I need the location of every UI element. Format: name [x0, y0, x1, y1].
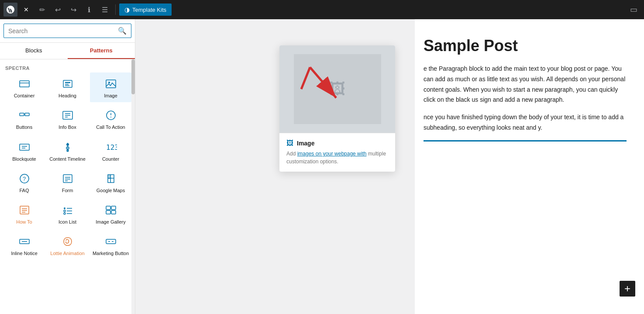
svg-rect-17	[20, 144, 29, 150]
block-label-icon-list: Icon List	[59, 219, 76, 225]
block-item-blockquote[interactable]: Blockquote	[3, 136, 45, 166]
lottie-animation-icon	[61, 235, 75, 248]
info-icon: ℹ	[88, 6, 90, 14]
block-item-icon-list[interactable]: Icon List	[47, 199, 88, 228]
svg-point-37	[64, 207, 65, 209]
svg-rect-49	[106, 239, 116, 244]
heading-icon	[61, 78, 75, 90]
svg-point-7	[108, 82, 110, 83]
svg-rect-45	[106, 210, 110, 214]
tabs: Blocks Patterns	[0, 43, 135, 59]
block-popup-card: 🖼 🖼 Image Add images on your webpage wit…	[279, 45, 395, 172]
svg-rect-44	[111, 206, 116, 210]
block-item-google-maps[interactable]: Google Maps	[90, 167, 131, 197]
block-label-info-box: Info Box	[59, 124, 76, 130]
svg-rect-27	[63, 175, 72, 183]
block-item-how-to[interactable]: How To	[3, 199, 45, 228]
faq-icon: ?	[17, 173, 31, 185]
blocks-area: SPECTRA Container Heading	[0, 59, 135, 314]
pencil-icon: ✏	[39, 6, 45, 14]
info-button[interactable]: ℹ	[82, 3, 96, 17]
popup-info: 🖼 Image Add images on your webpage with …	[279, 133, 395, 172]
block-label-lottie-animation: Lottie Animation	[50, 250, 84, 256]
container-icon	[17, 78, 31, 90]
block-label-call-to-action: Call To Action	[96, 124, 125, 130]
scrollbar-track[interactable]	[131, 59, 135, 314]
block-label-image-gallery: Image Gallery	[96, 219, 125, 225]
blockquote-icon	[17, 141, 31, 153]
scrollbar-thumb[interactable]	[131, 59, 135, 94]
page-paragraph-2: nce you have finished typing down the bo…	[424, 112, 627, 133]
undo-icon: ↩	[55, 6, 61, 14]
block-label-image: Image	[104, 93, 117, 99]
block-item-call-to-action[interactable]: Call To Action	[90, 104, 131, 134]
form-icon	[61, 173, 75, 185]
block-label-counter: Counter	[102, 156, 119, 162]
svg-rect-46	[111, 210, 116, 214]
blocks-grid: Container Heading Image	[2, 72, 133, 260]
inline-notice-icon	[17, 235, 31, 248]
block-item-marketing-button[interactable]: Marketing Button	[90, 230, 131, 260]
icon-list-icon	[61, 204, 75, 216]
block-item-content-timeline[interactable]: Content Timeline	[47, 136, 88, 166]
call-to-action-icon	[104, 109, 118, 121]
image-gallery-icon	[104, 204, 118, 216]
redo-button[interactable]: ↪	[66, 3, 80, 17]
close-icon: ✕	[24, 6, 29, 13]
block-label-marketing-button: Marketing Button	[93, 250, 129, 256]
tab-blocks[interactable]: Blocks	[0, 43, 68, 59]
tab-patterns[interactable]: Patterns	[68, 43, 135, 59]
search-input[interactable]	[8, 28, 114, 35]
monitor-button[interactable]: ▭	[627, 3, 641, 17]
marketing-button-icon	[104, 235, 118, 248]
list-view-button[interactable]: ☰	[98, 3, 112, 17]
block-item-lottie-animation[interactable]: Lottie Animation	[47, 230, 88, 260]
monitor-icon: ▭	[630, 5, 637, 14]
template-kits-icon: ◑	[124, 6, 130, 13]
search-icon[interactable]: 🔍	[118, 27, 127, 35]
svg-rect-2	[63, 80, 72, 87]
popup-preview: 🖼	[279, 45, 395, 133]
svg-rect-6	[106, 80, 116, 88]
block-item-faq[interactable]: ? FAQ	[3, 167, 45, 197]
undo-button[interactable]: ↩	[51, 3, 65, 17]
block-label-inline-notice: Inline Notice	[11, 250, 38, 256]
block-item-info-box[interactable]: Info Box	[47, 104, 88, 134]
search-container: 🔍	[0, 19, 135, 43]
buttons-icon	[17, 109, 31, 121]
counter-icon: 123↑	[104, 141, 118, 153]
block-item-container[interactable]: Container	[3, 72, 45, 102]
block-item-image-gallery[interactable]: Image Gallery	[90, 199, 131, 228]
block-item-counter[interactable]: 123↑ Counter	[90, 136, 131, 166]
popup-title: Image	[297, 140, 314, 147]
svg-rect-8	[20, 113, 24, 116]
block-item-heading[interactable]: Heading	[47, 72, 88, 102]
block-label-form: Form	[62, 187, 73, 193]
block-label-container: Container	[14, 93, 35, 99]
block-item-form[interactable]: Form	[47, 167, 88, 197]
close-button[interactable]: ✕	[19, 3, 33, 17]
svg-text:?: ?	[23, 176, 26, 182]
block-item-buttons[interactable]: Buttons	[3, 104, 45, 134]
popup-desc-link[interactable]: images on your webpage with	[297, 151, 367, 157]
pencil-button[interactable]: ✏	[35, 3, 49, 17]
svg-point-39	[64, 210, 65, 212]
content-timeline-icon	[61, 141, 75, 153]
how-to-icon	[17, 204, 31, 216]
block-label-buttons: Buttons	[16, 124, 32, 130]
svg-rect-43	[106, 206, 110, 210]
template-kits-button[interactable]: ◑ Template Kits	[119, 3, 172, 16]
block-item-image[interactable]: Image	[90, 72, 131, 102]
main-layout: 🔍 Blocks Patterns SPECTRA Container	[0, 19, 644, 314]
block-label-how-to: How To	[16, 219, 32, 225]
svg-rect-33	[20, 206, 29, 214]
block-item-inline-notice[interactable]: Inline Notice	[3, 230, 45, 260]
image-icon	[104, 78, 118, 90]
add-block-button[interactable]: +	[620, 281, 635, 297]
wp-logo[interactable]	[3, 3, 17, 17]
page-paragraph-1: e the Paragraph block to add the main te…	[424, 64, 627, 105]
svg-point-41	[64, 213, 65, 214]
info-box-icon	[61, 109, 75, 121]
redo-icon: ↪	[71, 6, 76, 14]
svg-rect-0	[20, 81, 29, 87]
